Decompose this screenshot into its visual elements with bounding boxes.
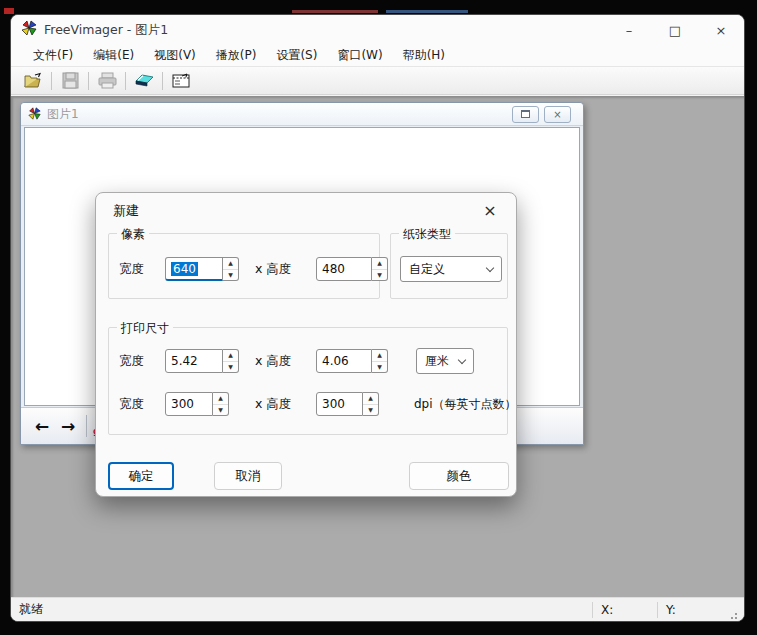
dpi-width-spinner: 300 ▲ ▼: [165, 392, 229, 416]
menu-view[interactable]: 视图(V): [144, 45, 206, 66]
pixels-legend: 像素: [117, 226, 149, 243]
pixel-height-spinner: 480 ▲ ▼: [316, 257, 388, 281]
paper-type-legend: 纸张类型: [399, 226, 455, 243]
spinner-up[interactable]: ▲: [372, 258, 387, 270]
image-window-titlebar: 图片1 ×: [21, 103, 583, 126]
spinner-up[interactable]: ▲: [213, 393, 228, 405]
close-button[interactable]: ×: [698, 15, 744, 45]
print-height-spinner: 4.06 ▲ ▼: [316, 349, 388, 373]
open-icon[interactable]: [19, 69, 47, 93]
spinner-down[interactable]: ▼: [372, 362, 387, 373]
spinner-down[interactable]: ▼: [363, 405, 378, 416]
paper-type-value: 自定义: [409, 261, 445, 278]
pixel-height-label: x 高度: [255, 261, 307, 278]
cancel-button[interactable]: 取消: [214, 462, 282, 490]
pixel-height-spin-buttons: ▲ ▼: [372, 257, 388, 281]
chevron-down-icon: [458, 355, 466, 363]
menu-file[interactable]: 文件(F): [23, 45, 83, 66]
pixels-group: 像素 宽度 640 ▲ ▼ x 高度: [108, 233, 380, 299]
previous-image-button[interactable]: ←: [29, 413, 55, 439]
image-window-icon: [28, 105, 41, 124]
toolbar-separator: [51, 72, 52, 90]
main-window: FreeVimager - 图片1 – □ × 文件(F) 编辑(E) 视图(V…: [10, 14, 745, 622]
print-height-input[interactable]: 4.06: [316, 349, 372, 373]
dpi-height-spin-buttons: ▲ ▼: [363, 392, 379, 416]
toolbar-separator: [162, 72, 163, 90]
save-icon[interactable]: [56, 69, 84, 93]
status-bar: 就绪 X: Y:: [11, 597, 745, 621]
unit-combobox[interactable]: 厘米: [416, 348, 474, 374]
dpi-height-input[interactable]: 300: [316, 392, 363, 416]
properties-icon[interactable]: [167, 69, 195, 93]
dpi-note: dpi（每英寸点数）: [414, 396, 517, 413]
color-button[interactable]: 颜色: [409, 462, 509, 490]
print-icon[interactable]: [93, 69, 121, 93]
restore-icon: [521, 110, 530, 118]
print-size-group: 打印尺寸 宽度 5.42 ▲ ▼ x 高度 4.06: [108, 327, 508, 435]
dpi-height-label: x 高度: [255, 396, 307, 413]
next-image-button[interactable]: →: [55, 413, 81, 439]
status-ready: 就绪: [19, 601, 43, 618]
spinner-up[interactable]: ▲: [363, 393, 378, 405]
menu-edit[interactable]: 编辑(E): [83, 45, 144, 66]
pixel-width-spin-buttons: ▲ ▼: [223, 257, 239, 281]
toolbar-separator: [125, 72, 126, 90]
window-title: FreeVimager - 图片1: [44, 22, 168, 39]
statusbar-separator: [592, 602, 593, 618]
scan-icon[interactable]: [130, 69, 158, 93]
new-image-dialog: 新建 × 像素 宽度 640 ▲ ▼: [95, 192, 517, 497]
dialog-close-button[interactable]: ×: [476, 198, 504, 222]
title-bar: FreeVimager - 图片1 – □ ×: [11, 15, 744, 45]
menu-settings[interactable]: 设置(S): [266, 45, 327, 66]
print-size-legend: 打印尺寸: [117, 320, 173, 337]
app-icon: [21, 20, 37, 40]
pixel-width-input[interactable]: 640: [165, 257, 223, 281]
toolbar-separator: [88, 72, 89, 90]
chevron-down-icon: [486, 263, 494, 271]
background-artifact: [386, 10, 468, 13]
menu-help[interactable]: 帮助(H): [393, 45, 455, 66]
status-y-coordinate: Y:: [666, 603, 714, 617]
menu-window[interactable]: 窗口(W): [327, 45, 392, 66]
spinner-down[interactable]: ▼: [223, 362, 238, 373]
print-height-spin-buttons: ▲ ▼: [372, 349, 388, 373]
unit-value: 厘米: [425, 353, 449, 370]
minimize-button[interactable]: –: [606, 15, 652, 45]
print-width-spin-buttons: ▲ ▼: [223, 349, 239, 373]
pixel-height-input[interactable]: 480: [316, 257, 372, 281]
print-height-label: x 高度: [255, 353, 307, 370]
spinner-up[interactable]: ▲: [372, 350, 387, 362]
background-artifact: [292, 10, 378, 13]
resize-grip[interactable]: [728, 609, 738, 619]
toolbar-separator: [86, 415, 87, 437]
status-x-coordinate: X:: [601, 603, 649, 617]
spinner-down[interactable]: ▼: [223, 270, 238, 281]
dpi-width-input[interactable]: 300: [165, 392, 213, 416]
spinner-down[interactable]: ▼: [213, 405, 228, 416]
ok-button[interactable]: 确定: [108, 462, 174, 490]
background-artifact: [4, 8, 14, 14]
image-window-restore-button[interactable]: [512, 106, 539, 123]
menu-bar: 文件(F) 编辑(E) 视图(V) 播放(P) 设置(S) 窗口(W) 帮助(H…: [11, 45, 744, 67]
maximize-button[interactable]: □: [652, 15, 698, 45]
dpi-width-label: 宽度: [119, 396, 165, 413]
screen: FreeVimager - 图片1 – □ × 文件(F) 编辑(E) 视图(V…: [0, 0, 757, 635]
spinner-up[interactable]: ▲: [223, 258, 238, 270]
image-window-close-button[interactable]: ×: [544, 106, 571, 123]
dpi-width-spin-buttons: ▲ ▼: [213, 392, 229, 416]
menu-play[interactable]: 播放(P): [206, 45, 267, 66]
spinner-up[interactable]: ▲: [223, 350, 238, 362]
main-toolbar: [11, 67, 744, 95]
print-width-input[interactable]: 5.42: [165, 349, 223, 373]
pixel-width-label: 宽度: [119, 261, 165, 278]
print-width-spinner: 5.42 ▲ ▼: [165, 349, 239, 373]
pixel-width-spinner: 640 ▲ ▼: [165, 257, 239, 281]
paper-type-combobox[interactable]: 自定义: [400, 256, 502, 282]
mdi-workspace: 图片1 × ← → ↶ 90°: [11, 96, 745, 599]
image-window-title: 图片1: [47, 106, 79, 123]
spinner-down[interactable]: ▼: [372, 270, 387, 281]
dialog-title: 新建: [113, 202, 139, 220]
dpi-height-spinner: 300 ▲ ▼: [316, 392, 379, 416]
statusbar-separator: [657, 602, 658, 618]
paper-type-group: 纸张类型 自定义: [390, 233, 508, 299]
